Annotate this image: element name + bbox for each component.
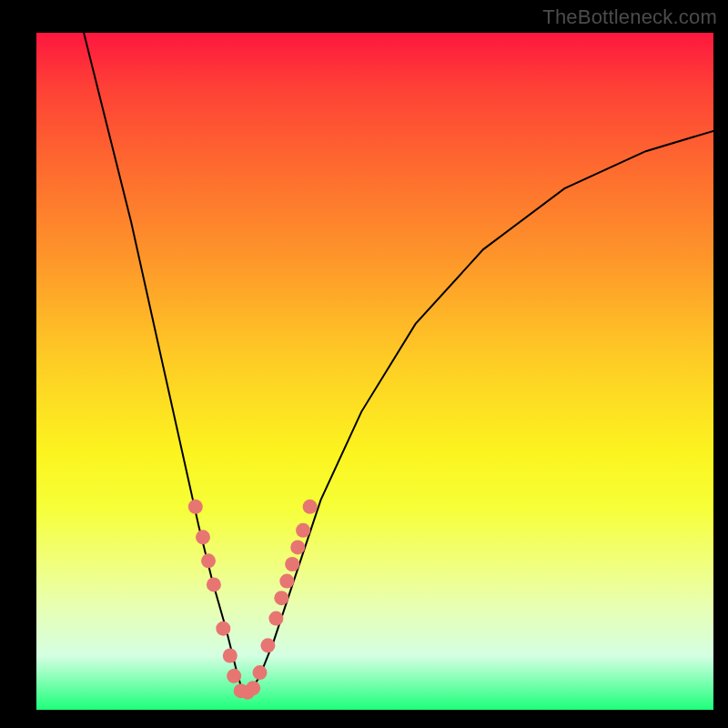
highlight-dot bbox=[290, 540, 305, 554]
highlight-dot bbox=[274, 591, 288, 605]
bottleneck-curve-path bbox=[84, 33, 713, 693]
highlight-dot bbox=[296, 523, 310, 538]
chart-frame: TheBottleneck.com bbox=[0, 0, 728, 728]
highlight-dot bbox=[207, 577, 221, 592]
highlight-dots-group bbox=[188, 500, 318, 700]
highlight-dot bbox=[201, 553, 216, 568]
plot-area bbox=[36, 33, 713, 710]
highlight-dot bbox=[246, 681, 260, 695]
highlight-dot bbox=[188, 500, 203, 514]
highlight-dot bbox=[253, 665, 268, 680]
highlight-dot bbox=[227, 669, 241, 683]
highlight-dot bbox=[279, 574, 294, 589]
highlight-dot bbox=[216, 622, 230, 636]
highlight-dot bbox=[223, 649, 238, 663]
highlight-dot bbox=[196, 530, 210, 544]
highlight-dot bbox=[260, 638, 275, 652]
highlight-dot bbox=[285, 557, 299, 571]
highlight-dot bbox=[303, 500, 318, 514]
highlight-dot bbox=[268, 612, 283, 626]
bottleneck-curve-svg bbox=[36, 33, 713, 710]
watermark-text: TheBottleneck.com bbox=[542, 5, 717, 29]
